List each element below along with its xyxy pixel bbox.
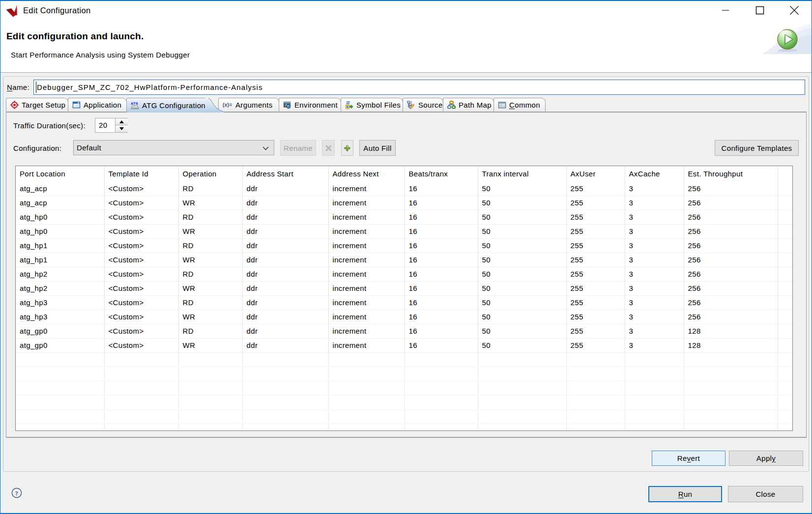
traffic-duration-spinner[interactable]: 20: [95, 118, 128, 133]
table-cell[interactable]: 256: [684, 224, 778, 238]
table-cell[interactable]: WR: [178, 224, 242, 238]
table-cell[interactable]: 16: [405, 181, 478, 196]
table-cell[interactable]: atg_hp3: [16, 295, 104, 310]
table-cell[interactable]: 255: [566, 196, 625, 210]
tab-symbol-files[interactable]: Symbol Files: [341, 98, 403, 112]
spinner-down-button[interactable]: [116, 125, 128, 132]
table-cell[interactable]: 255: [566, 253, 625, 267]
table-cell[interactable]: 3: [625, 181, 684, 196]
column-header[interactable]: Beats/tranx: [405, 166, 478, 181]
table-cell[interactable]: 50: [478, 210, 566, 224]
close-button[interactable]: Close: [728, 486, 803, 502]
table-cell[interactable]: 50: [478, 295, 566, 310]
configuration-combo[interactable]: Default: [73, 140, 274, 155]
table-cell[interactable]: 3: [625, 253, 684, 267]
delete-configuration-button[interactable]: [322, 140, 335, 156]
column-header[interactable]: Address Start: [242, 166, 328, 181]
revert-button[interactable]: Revert: [652, 451, 725, 466]
table-cell[interactable]: <Custom>: [104, 267, 178, 281]
table-cell[interactable]: 50: [478, 267, 566, 281]
table-cell[interactable]: atg_hp0: [16, 224, 104, 238]
table-cell[interactable]: 50: [478, 281, 566, 295]
table-cell[interactable]: RD: [178, 210, 242, 224]
table-cell[interactable]: 3: [625, 267, 684, 281]
table-cell[interactable]: 256: [684, 267, 778, 281]
table-cell[interactable]: 50: [478, 238, 566, 253]
table-cell[interactable]: <Custom>: [104, 324, 178, 338]
table-cell[interactable]: 255: [566, 238, 625, 253]
table-cell[interactable]: 50: [478, 310, 566, 324]
tab-environment[interactable]: Environment: [279, 98, 341, 112]
table-cell[interactable]: 3: [625, 224, 684, 238]
spinner-up-button[interactable]: [116, 118, 128, 125]
table-cell[interactable]: 16: [405, 224, 478, 238]
column-header[interactable]: Port Location: [16, 166, 104, 181]
table-cell[interactable]: 255: [566, 267, 625, 281]
table-cell[interactable]: ddr: [242, 181, 328, 196]
table-cell[interactable]: increment: [328, 253, 405, 267]
table-cell[interactable]: 256: [684, 196, 778, 210]
column-header[interactable]: Tranx interval: [478, 166, 566, 181]
table-cell[interactable]: increment: [328, 196, 405, 210]
table-cell[interactable]: 256: [684, 281, 778, 295]
table-cell[interactable]: <Custom>: [104, 295, 178, 310]
table-cell[interactable]: WR: [178, 310, 242, 324]
configure-templates-button[interactable]: Configure Templates: [715, 140, 799, 156]
table-cell[interactable]: RD: [178, 324, 242, 338]
table-cell[interactable]: 16: [405, 281, 478, 295]
table-cell[interactable]: <Custom>: [104, 196, 178, 210]
auto-fill-button[interactable]: Auto Fill: [359, 140, 396, 156]
table-cell[interactable]: 128: [684, 338, 778, 352]
table-cell[interactable]: 255: [566, 310, 625, 324]
table-cell[interactable]: ddr: [242, 295, 328, 310]
table-cell[interactable]: 3: [625, 196, 684, 210]
table-cell[interactable]: atg_hp2: [16, 267, 104, 281]
table-cell[interactable]: 50: [478, 338, 566, 352]
table-cell[interactable]: 50: [478, 196, 566, 210]
table-cell[interactable]: increment: [328, 238, 405, 253]
minimize-button[interactable]: [714, 0, 737, 21]
table-cell[interactable]: 256: [684, 310, 778, 324]
table-cell[interactable]: 255: [566, 338, 625, 352]
table-cell[interactable]: ddr: [242, 281, 328, 295]
apply-button[interactable]: Apply: [729, 451, 803, 466]
tab-arguments[interactable]: (x)= Arguments: [218, 98, 279, 112]
table-cell[interactable]: 50: [478, 181, 566, 196]
table-cell[interactable]: WR: [178, 338, 242, 352]
table-cell[interactable]: 3: [625, 281, 684, 295]
tab-path-map[interactable]: Path Map: [443, 98, 494, 112]
table-cell[interactable]: 255: [566, 181, 625, 196]
table-cell[interactable]: 50: [478, 324, 566, 338]
table-cell[interactable]: atg_hp3: [16, 310, 104, 324]
table-cell[interactable]: increment: [328, 210, 405, 224]
column-header[interactable]: AxUser: [566, 166, 625, 181]
table-cell[interactable]: RD: [178, 181, 242, 196]
maximize-button[interactable]: [749, 0, 771, 21]
table-cell[interactable]: 255: [566, 210, 625, 224]
table-cell[interactable]: ddr: [242, 253, 328, 267]
close-window-button[interactable]: [783, 0, 806, 21]
table-cell[interactable]: 16: [405, 210, 478, 224]
table-cell[interactable]: <Custom>: [104, 238, 178, 253]
table-cell[interactable]: 128: [684, 324, 778, 338]
help-button[interactable]: ?: [11, 487, 22, 498]
table-cell[interactable]: 256: [684, 181, 778, 196]
tab-target-setup[interactable]: Target Setup: [6, 98, 68, 112]
table-cell[interactable]: atg_gp0: [16, 338, 104, 352]
table-cell[interactable]: WR: [178, 196, 242, 210]
table-cell[interactable]: <Custom>: [104, 338, 178, 352]
table-cell[interactable]: 16: [405, 267, 478, 281]
table-cell[interactable]: 3: [625, 338, 684, 352]
table-cell[interactable]: increment: [328, 181, 405, 196]
table-cell[interactable]: 16: [405, 253, 478, 267]
tab-source[interactable]: Source: [403, 98, 443, 112]
table-cell[interactable]: 16: [405, 196, 478, 210]
table-cell[interactable]: 256: [684, 295, 778, 310]
table-cell[interactable]: ddr: [242, 324, 328, 338]
table-cell[interactable]: <Custom>: [104, 181, 178, 196]
tab-atg-configuration[interactable]: ATG ATG Configuration: [126, 98, 205, 113]
table-cell[interactable]: 16: [405, 310, 478, 324]
table-cell[interactable]: 3: [625, 324, 684, 338]
table-cell[interactable]: atg_acp: [16, 196, 104, 210]
table-cell[interactable]: atg_hp0: [16, 210, 104, 224]
